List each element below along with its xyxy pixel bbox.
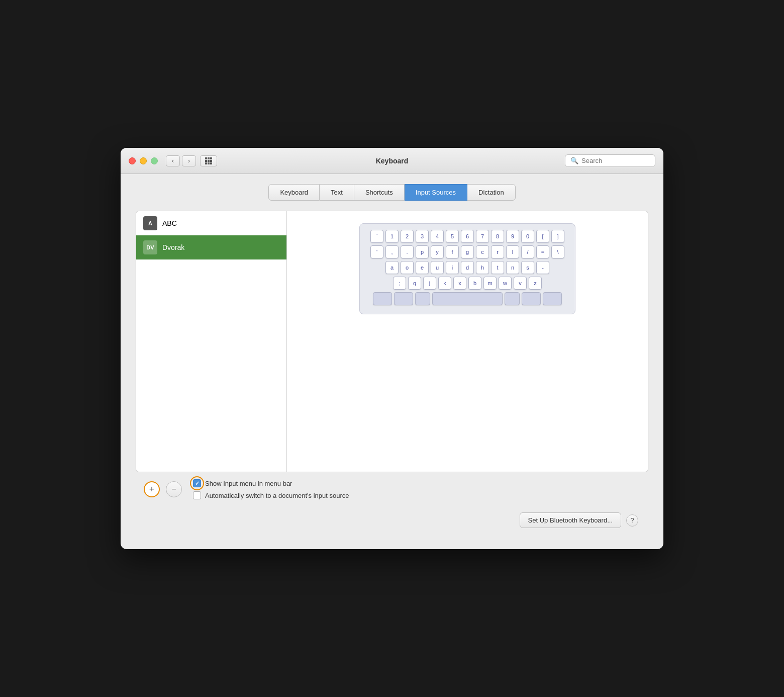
key-mod-l3[interactable] xyxy=(415,292,430,305)
window-title: Keyboard xyxy=(376,157,409,165)
key-row-1: ` 1 2 3 4 5 6 7 8 9 0 [ ] xyxy=(368,230,567,243)
key-8[interactable]: 8 xyxy=(491,230,504,243)
key-0[interactable]: 0 xyxy=(521,230,534,243)
key-m[interactable]: m xyxy=(483,277,497,290)
key-mod-r1[interactable] xyxy=(543,292,562,305)
key-v[interactable]: v xyxy=(514,277,527,290)
key-row-3: a o e u i d h t n s - xyxy=(368,261,567,274)
tab-keyboard[interactable]: Keyboard xyxy=(268,184,320,201)
key-row-2: ' , . p y f g c r l / = \ xyxy=(368,245,567,258)
key-z[interactable]: z xyxy=(529,277,542,290)
source-list: A ABC DV Dvorak xyxy=(136,211,287,472)
source-item-abc[interactable]: A ABC xyxy=(136,211,286,235)
preferences-window: ‹ › Keyboard 🔍 Keyboard Text Shortcuts I… xyxy=(121,148,663,549)
bluetooth-button[interactable]: Set Up Bluetooth Keyboard... xyxy=(520,512,621,528)
key-3[interactable]: 3 xyxy=(416,230,429,243)
key-p[interactable]: p xyxy=(416,245,429,258)
search-input[interactable] xyxy=(581,157,650,164)
key-row-5 xyxy=(368,292,567,305)
remove-source-button[interactable]: − xyxy=(166,481,182,497)
help-button[interactable]: ? xyxy=(626,514,638,527)
auto-switch-wrap xyxy=(193,491,201,499)
key-u[interactable]: u xyxy=(431,261,444,274)
footer-bar: Set Up Bluetooth Keyboard... ? xyxy=(136,506,648,534)
abc-label: ABC xyxy=(162,219,177,227)
key-w[interactable]: w xyxy=(499,277,512,290)
key-7[interactable]: 7 xyxy=(476,230,489,243)
key-mod-r3[interactable] xyxy=(505,292,520,305)
key-slash[interactable]: / xyxy=(521,245,534,258)
key-rbracket[interactable]: ] xyxy=(551,230,564,243)
source-item-dvorak[interactable]: DV Dvorak xyxy=(136,235,286,259)
tab-shortcuts[interactable]: Shortcuts xyxy=(354,184,405,201)
key-e[interactable]: e xyxy=(416,261,429,274)
show-input-menu-checkbox[interactable]: ✓ xyxy=(193,479,201,487)
key-j[interactable]: j xyxy=(423,277,436,290)
auto-switch-label: Automatically switch to a document's inp… xyxy=(205,492,349,499)
key-b[interactable]: b xyxy=(468,277,481,290)
key-semicolon[interactable]: ; xyxy=(393,277,406,290)
tab-dictation[interactable]: Dictation xyxy=(467,184,516,201)
titlebar: ‹ › Keyboard 🔍 xyxy=(121,148,663,174)
key-space[interactable] xyxy=(432,292,503,305)
key-minus[interactable]: - xyxy=(536,261,549,274)
key-s[interactable]: s xyxy=(521,261,534,274)
key-comma[interactable]: , xyxy=(385,245,399,258)
tab-text[interactable]: Text xyxy=(320,184,354,201)
key-g[interactable]: g xyxy=(461,245,474,258)
key-t[interactable]: t xyxy=(491,261,504,274)
key-q[interactable]: q xyxy=(408,277,421,290)
close-button[interactable] xyxy=(129,157,136,164)
traffic-lights xyxy=(129,157,158,164)
auto-switch-checkbox[interactable] xyxy=(193,491,201,499)
forward-button[interactable]: › xyxy=(182,155,196,166)
key-o[interactable]: o xyxy=(401,261,414,274)
grid-button[interactable] xyxy=(200,155,217,166)
key-a[interactable]: a xyxy=(385,261,399,274)
tab-input-sources[interactable]: Input Sources xyxy=(405,184,467,201)
bottom-controls: + − ✓ Show Input menu in menu bar Automa… xyxy=(136,472,648,506)
back-button[interactable]: ‹ xyxy=(166,155,180,166)
key-mod-r2[interactable] xyxy=(522,292,541,305)
key-backtick[interactable]: ` xyxy=(370,230,383,243)
search-box[interactable]: 🔍 xyxy=(565,154,655,167)
key-h[interactable]: h xyxy=(476,261,489,274)
key-backslash[interactable]: \ xyxy=(551,245,564,258)
key-d[interactable]: d xyxy=(461,261,474,274)
add-source-button[interactable]: + xyxy=(144,481,160,497)
keyboard-visual: ` 1 2 3 4 5 6 7 8 9 0 [ ] xyxy=(359,223,575,314)
show-input-menu-row: ✓ Show Input menu in menu bar xyxy=(193,479,349,487)
key-i[interactable]: i xyxy=(446,261,459,274)
key-f[interactable]: f xyxy=(446,245,459,258)
abc-badge: A xyxy=(143,216,157,230)
key-6[interactable]: 6 xyxy=(461,230,474,243)
auto-switch-row: Automatically switch to a document's inp… xyxy=(193,491,349,499)
key-quote[interactable]: ' xyxy=(370,245,383,258)
options-checkboxes: ✓ Show Input menu in menu bar Automatica… xyxy=(193,479,349,499)
key-l[interactable]: l xyxy=(506,245,519,258)
tabs: Keyboard Text Shortcuts Input Sources Di… xyxy=(136,184,648,201)
key-k[interactable]: k xyxy=(438,277,451,290)
key-row-4: ; q j k x b m w v z xyxy=(368,277,567,290)
keyboard-preview: ` 1 2 3 4 5 6 7 8 9 0 [ ] xyxy=(287,211,648,472)
key-lbracket[interactable]: [ xyxy=(536,230,549,243)
minimize-button[interactable] xyxy=(140,157,147,164)
key-c[interactable]: c xyxy=(476,245,489,258)
key-y[interactable]: y xyxy=(431,245,444,258)
grid-icon xyxy=(205,157,212,164)
key-2[interactable]: 2 xyxy=(401,230,414,243)
search-icon: 🔍 xyxy=(570,157,578,164)
main-panel: A ABC DV Dvorak ` 1 2 3 4 xyxy=(136,211,648,472)
key-mod-l2[interactable] xyxy=(394,292,413,305)
key-n[interactable]: n xyxy=(506,261,519,274)
key-period[interactable]: . xyxy=(401,245,414,258)
maximize-button[interactable] xyxy=(151,157,158,164)
key-x[interactable]: x xyxy=(453,277,466,290)
key-4[interactable]: 4 xyxy=(431,230,444,243)
key-equals[interactable]: = xyxy=(536,245,549,258)
key-5[interactable]: 5 xyxy=(446,230,459,243)
key-mod-l1[interactable] xyxy=(373,292,392,305)
key-r[interactable]: r xyxy=(491,245,504,258)
key-1[interactable]: 1 xyxy=(385,230,399,243)
key-9[interactable]: 9 xyxy=(506,230,519,243)
